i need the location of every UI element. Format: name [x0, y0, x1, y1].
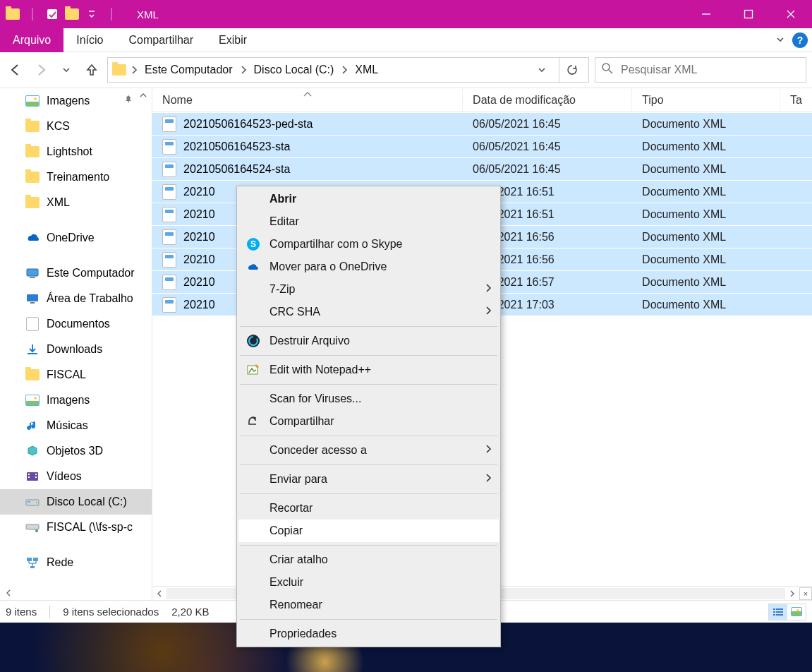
column-date[interactable]: Data de modificação	[463, 88, 632, 112]
scroll-right-icon[interactable]	[785, 587, 799, 601]
file-row[interactable]: 20210506164523-sta06/05/2021 16:45Docume…	[152, 135, 812, 157]
context-menu-item[interactable]: 7-Zip	[238, 278, 499, 301]
context-menu-item[interactable]: SCompartilhar com o Skype	[238, 233, 499, 256]
context-menu-item[interactable]: Excluir	[238, 571, 499, 594]
context-menu-item[interactable]: CRC SHA	[238, 301, 499, 323]
tree-item-label: Este Computador	[47, 267, 135, 280]
svg-rect-24	[30, 566, 35, 568]
tree-item[interactable]: Este Computador	[0, 260, 152, 286]
context-menu-item[interactable]: Compartilhar	[238, 410, 499, 433]
tree-item[interactable]: Treinamento	[0, 164, 152, 190]
context-menu-item[interactable]: Recortar	[238, 497, 499, 520]
view-thumbnails-button[interactable]	[787, 604, 806, 620]
tree-item[interactable]: FISCAL (\\fs-sp-c	[0, 515, 152, 540]
column-size[interactable]: Ta	[780, 88, 812, 112]
search-box[interactable]	[595, 57, 806, 83]
address-dropdown[interactable]	[529, 58, 555, 82]
qat-divider	[24, 6, 41, 23]
breadcrumb-item[interactable]: XML	[352, 64, 381, 76]
file-row[interactable]: 20210506164524-sta06/05/2021 16:45Docume…	[152, 157, 812, 180]
scroll-up-icon[interactable]	[138, 90, 149, 101]
svg-line-6	[609, 70, 612, 73]
refresh-button[interactable]	[559, 58, 584, 82]
chevron-right-icon[interactable]	[341, 65, 348, 75]
folder-icon	[25, 196, 40, 210]
tree-item[interactable]: XML	[0, 190, 152, 215]
back-button[interactable]	[6, 60, 25, 80]
context-menu-item[interactable]: Renomear	[238, 594, 499, 616]
tab-exibir[interactable]: Exibir	[206, 28, 260, 52]
tab-arquivo[interactable]: Arquivo	[0, 28, 63, 52]
tree-item-label: Downloads	[47, 343, 102, 356]
tree-item[interactable]: KCS	[0, 114, 152, 139]
maximize-button[interactable]	[727, 0, 770, 28]
file-name: 20210	[183, 299, 215, 311]
close-button[interactable]	[770, 0, 812, 28]
context-menu-item[interactable]: Abrir	[238, 188, 499, 210]
chevron-right-icon[interactable]	[131, 65, 138, 75]
file-date: 06/05/2021 16:45	[463, 118, 632, 131]
context-menu-item[interactable]: Enviar para	[238, 468, 499, 491]
tree-item[interactable]: Imagens	[0, 88, 152, 114]
tree-item[interactable]: Rede	[0, 550, 152, 575]
recent-dropdown[interactable]	[56, 60, 76, 80]
tree-item[interactable]: Imagens	[0, 388, 152, 413]
help-icon[interactable]: ?	[792, 32, 808, 48]
scroll-left-icon[interactable]	[152, 587, 166, 601]
column-name[interactable]: Nome	[152, 88, 463, 112]
tree-item[interactable]: Disco Local (C:)	[0, 489, 152, 515]
svg-rect-8	[30, 277, 35, 278]
context-menu-item[interactable]: Edit with Notepad++	[238, 359, 499, 381]
ribbon-collapse-icon[interactable]	[775, 35, 787, 46]
search-input[interactable]	[621, 64, 800, 76]
address-bar[interactable]: Este Computador Disco Local (C:) XML	[107, 57, 589, 83]
tree-item[interactable]: Músicas	[0, 413, 152, 438]
skype-icon: S	[246, 236, 261, 252]
view-details-button[interactable]	[769, 604, 787, 620]
up-button[interactable]	[82, 60, 102, 80]
xml-file-icon	[162, 275, 176, 290]
tree-item[interactable]: Downloads	[0, 337, 152, 362]
minimize-button[interactable]	[685, 0, 727, 28]
tree-item[interactable]: Lightshot	[0, 139, 152, 164]
context-menu-item[interactable]: Editar	[238, 210, 499, 233]
file-name: 20210	[183, 186, 215, 198]
file-date: 06/05/2021 16:45	[463, 163, 632, 176]
file-row[interactable]: 20210506164523-ped-sta06/05/2021 16:45Do…	[152, 112, 812, 135]
ribbon: Arquivo Início Compartilhar Exibir ?	[0, 28, 812, 52]
context-menu-item[interactable]: Mover para o OneDrive	[238, 256, 499, 278]
file-date: 06/05/2021 16:45	[463, 140, 632, 153]
breadcrumb-item[interactable]: Este Computador	[142, 64, 236, 76]
xml-file-icon	[162, 207, 176, 222]
chevron-right-icon[interactable]	[240, 65, 247, 75]
qat-properties-icon[interactable]	[44, 6, 61, 23]
forward-button[interactable]	[31, 60, 51, 80]
tree-item[interactable]: Documentos	[0, 311, 152, 337]
context-menu-item[interactable]: Propriedades	[238, 623, 499, 645]
folder-icon	[4, 6, 21, 23]
breadcrumb-item[interactable]: Disco Local (C:)	[251, 64, 337, 76]
context-menu-label: Editar	[269, 215, 299, 228]
tab-compartilhar[interactable]: Compartilhar	[116, 28, 207, 52]
context-menu-item[interactable]: Copiar	[238, 520, 499, 542]
quick-access-toolbar	[0, 6, 124, 23]
view-buttons	[768, 604, 806, 620]
context-menu-item[interactable]: Criar atalho	[238, 548, 499, 571]
context-menu-label: Enviar para	[269, 473, 327, 486]
context-menu-item[interactable]: Scan for Viruses...	[238, 388, 499, 410]
tree-item[interactable]: Objetos 3D	[0, 438, 152, 464]
tree-item[interactable]: FISCAL	[0, 362, 152, 388]
context-menu-label: Destruir Arquivo	[269, 335, 350, 347]
column-type[interactable]: Tipo	[632, 88, 780, 112]
svg-rect-4	[745, 11, 753, 18]
tab-inicio[interactable]: Início	[63, 28, 116, 52]
file-name: 20210506164524-sta	[183, 163, 290, 176]
tree-item[interactable]: Vídeos	[0, 464, 152, 489]
tree-item[interactable]: OneDrive	[0, 225, 152, 251]
scroll-left-icon[interactable]	[3, 587, 14, 599]
file-type: Documento XML	[632, 118, 780, 131]
qat-dropdown-icon[interactable]	[83, 6, 100, 23]
tree-item[interactable]: Área de Trabalho	[0, 286, 152, 311]
context-menu-item[interactable]: Destruir Arquivo	[238, 330, 499, 352]
context-menu-item[interactable]: Conceder acesso a	[238, 439, 499, 462]
